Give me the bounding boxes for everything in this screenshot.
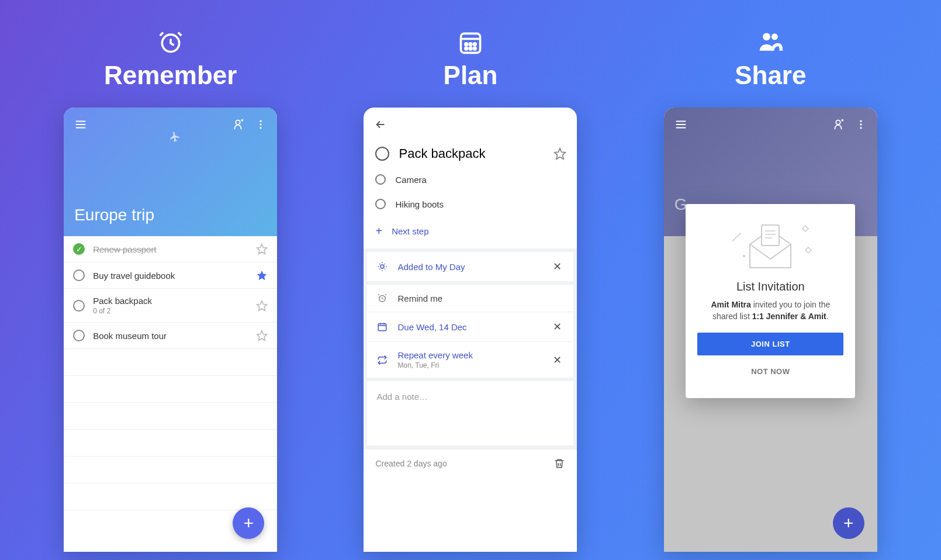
column-remember: Remember [35,29,306,552]
remove-repeat-icon[interactable]: ✕ [551,354,564,367]
task-label: Pack backpack [93,296,248,306]
alarm-icon [158,29,184,55]
invitation-modal: List Invitation Amit Mitra invited you t… [686,204,855,398]
task-row[interactable]: Pack backpack 0 of 2 [64,289,277,323]
subtask-label: Hiking boots [395,199,444,209]
task-checkbox[interactable] [73,300,85,312]
star-icon[interactable] [553,147,565,160]
remove-myday-icon[interactable]: ✕ [551,260,564,273]
task-label: Book museum tour [93,331,248,341]
star-icon[interactable] [256,243,268,255]
modal-title: List Invitation [697,280,843,293]
empty-row [64,403,277,430]
star-icon[interactable] [256,330,268,341]
add-person-icon[interactable] [231,118,244,131]
task-row[interactable]: ✓ Renew passport [64,236,277,262]
star-icon[interactable] [256,300,268,312]
task-checkbox[interactable] [73,330,85,341]
list-name: 1:1 Jennifer & Amit [752,312,826,321]
alarm-icon [376,293,388,303]
created-label: Created 2 days ago [375,459,447,468]
menu-icon[interactable] [674,118,687,131]
repeat-label: Repeat every week [397,350,541,360]
column-title: Plan [444,61,498,90]
add-task-fab[interactable]: + [233,507,264,539]
svg-point-15 [473,47,476,50]
svg-point-10 [465,43,468,46]
more-vertical-icon[interactable] [255,119,267,130]
svg-rect-19 [379,324,387,331]
svg-point-24 [860,123,862,125]
svg-point-22 [836,120,840,125]
sun-icon [376,261,388,272]
svg-rect-26 [762,225,779,246]
due-row[interactable]: Due Wed, 14 Dec ✕ [367,312,573,342]
svg-point-25 [860,127,862,129]
more-vertical-icon[interactable] [855,119,867,130]
task-row[interactable]: Book museum tour [64,323,277,349]
svg-point-23 [860,120,862,122]
star-icon-filled[interactable] [256,269,268,281]
task-checkbox[interactable] [73,269,85,281]
task-row[interactable]: Buy travel guidebook [64,262,277,289]
repeat-row[interactable]: Repeat every week Mon, Tue, Fri ✕ [367,342,573,378]
back-icon[interactable] [374,118,387,131]
svg-point-27 [743,255,745,257]
svg-point-14 [469,47,472,50]
plus-icon: + [375,224,382,238]
next-step-label: Next step [392,226,428,236]
svg-point-17 [380,265,384,268]
svg-point-3 [260,123,261,125]
phone-share: G + List In [664,108,877,552]
column-title: Remember [104,61,237,90]
svg-point-12 [473,43,476,46]
add-person-icon[interactable] [832,118,845,131]
repeat-icon [376,355,388,365]
add-task-fab[interactable]: + [833,507,864,539]
join-list-button[interactable]: JOIN LIST [697,333,843,355]
empty-row [64,430,277,457]
svg-point-1 [236,120,240,125]
envelope-illustration [726,218,814,271]
people-icon [757,29,783,55]
svg-point-2 [260,120,261,122]
plane-icon [168,130,182,143]
svg-marker-16 [555,148,565,159]
column-share: Share G [635,29,906,552]
task-label: Buy travel guidebook [93,271,248,281]
svg-point-20 [763,33,770,40]
myday-label: Added to My Day [397,262,541,272]
svg-marker-8 [257,331,267,341]
modal-text: Amit Mitra invited you to join the share… [697,299,843,322]
remind-row[interactable]: Remind me [367,285,573,312]
task-checkbox[interactable] [375,147,389,161]
column-title: Share [735,61,806,90]
note-field[interactable]: Add a note… [367,381,573,445]
task-label: Renew passport [93,244,248,254]
note-placeholder: Add a note… [376,392,428,402]
delete-icon[interactable] [553,458,565,469]
not-now-button[interactable]: NOT NOW [697,360,843,383]
empty-row [64,483,277,510]
svg-point-11 [469,43,472,46]
remove-due-icon[interactable]: ✕ [551,320,564,333]
svg-marker-6 [257,271,267,281]
myday-row[interactable]: Added to My Day ✕ [367,252,573,281]
add-subtask-button[interactable]: + Next step [364,216,577,248]
phone-plan: Pack backpack Camera Hiking boots + Next… [364,108,577,552]
repeat-days: Mon, Tue, Fri [397,361,541,369]
subtask-row[interactable]: Hiking boots [375,192,565,216]
subtask-label: Camera [395,175,426,185]
svg-point-21 [772,33,778,40]
svg-marker-7 [257,300,267,310]
due-label: Due Wed, 14 Dec [397,322,541,332]
subtask-row[interactable]: Camera [375,167,565,192]
task-checkbox-checked[interactable]: ✓ [73,243,85,255]
subtask-checkbox[interactable] [375,174,386,185]
task-progress: 0 of 2 [93,307,248,315]
phone-remember: Europe trip ✓ Renew passport Buy travel … [64,108,277,552]
menu-icon[interactable] [74,118,87,131]
subtask-checkbox[interactable] [375,199,386,209]
task-title: Pack backpack [399,146,544,161]
empty-row [64,457,277,483]
